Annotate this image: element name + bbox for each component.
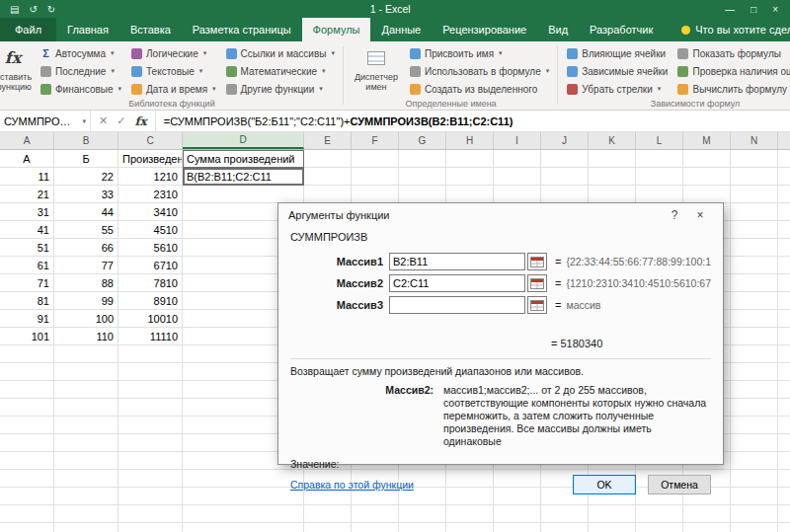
cell-B4[interactable]: 44 — [54, 203, 118, 221]
cell-X3[interactable] — [778, 186, 790, 203]
cell-J21[interactable] — [541, 505, 589, 523]
maximize-icon[interactable]: □ — [750, 4, 756, 15]
cell-E1[interactable] — [304, 150, 352, 168]
cell-K1[interactable] — [589, 150, 636, 168]
column-header-D[interactable]: D — [183, 132, 304, 149]
cell-B10[interactable]: 100 — [54, 310, 118, 328]
cell-M3[interactable] — [683, 186, 731, 203]
date-time-button[interactable]: Дата и время ▾ — [126, 80, 221, 98]
cell-D22[interactable] — [183, 523, 304, 532]
cell-A15[interactable] — [0, 399, 54, 417]
redo-icon[interactable]: ↻ — [47, 4, 55, 15]
cell-A6[interactable]: 51 — [0, 239, 54, 257]
cell-D21[interactable] — [183, 505, 304, 523]
show-formulas-button[interactable]: Показать формулы — [672, 44, 790, 62]
cell-N6[interactable] — [731, 239, 778, 257]
cell-G3[interactable] — [399, 186, 446, 203]
trace-dependents-button[interactable]: Зависимые ячейки — [562, 62, 672, 80]
cell-X19[interactable] — [778, 470, 790, 488]
cell-C20[interactable] — [118, 488, 183, 505]
cell-B1[interactable]: Б — [54, 150, 118, 168]
create-from-selection-button[interactable]: Создать из выделенного — [405, 80, 554, 98]
function-help-link[interactable]: Справка по этой функции — [290, 479, 414, 491]
cell-X1[interactable] — [778, 150, 790, 168]
dialog-help-icon[interactable]: ? — [662, 208, 687, 222]
cell-N8[interactable] — [731, 274, 778, 292]
tab-formulas[interactable]: Формулы — [302, 18, 371, 41]
autosum-button[interactable]: Σ Автосумма ▾ — [36, 44, 126, 62]
cell-C11[interactable]: 11110 — [118, 328, 183, 345]
cell-C17[interactable] — [118, 434, 183, 452]
arg3-input[interactable] — [389, 296, 525, 314]
evaluate-formula-button[interactable]: Вычислить формулу — [672, 80, 790, 98]
column-header-J[interactable]: J — [541, 132, 589, 149]
cell-N5[interactable] — [731, 221, 778, 239]
tell-me-box[interactable]: Что вы хотите сделать? — [672, 18, 790, 41]
cell-A22[interactable] — [0, 523, 54, 532]
cell-F22[interactable] — [352, 523, 399, 532]
cell-A21[interactable] — [0, 505, 54, 523]
cell-N14[interactable] — [731, 381, 778, 399]
cell-B12[interactable] — [54, 345, 118, 363]
cell-N19[interactable] — [731, 470, 778, 488]
cell-C14[interactable] — [118, 381, 183, 399]
cell-X18[interactable] — [778, 452, 790, 470]
column-header-M[interactable]: M — [683, 132, 731, 149]
cell-A18[interactable] — [0, 452, 54, 470]
cell-C9[interactable]: 8910 — [118, 292, 183, 310]
cell-F3[interactable] — [352, 186, 399, 203]
cell-C19[interactable] — [118, 470, 183, 488]
cell-E22[interactable] — [304, 523, 352, 532]
column-header-K[interactable]: K — [589, 132, 636, 149]
cell-A11[interactable]: 101 — [0, 328, 54, 345]
cell-F21[interactable] — [352, 505, 399, 523]
cell-H3[interactable] — [446, 186, 494, 203]
cell-J3[interactable] — [541, 186, 589, 203]
cell-C2[interactable]: 1210 — [118, 168, 183, 186]
cell-M2[interactable] — [683, 168, 731, 186]
cell-E3[interactable] — [304, 186, 352, 203]
cell-C1[interactable]: Произведение — [118, 150, 183, 168]
cell-A4[interactable]: 31 — [0, 203, 54, 221]
cell-X6[interactable] — [778, 239, 790, 257]
cell-D2[interactable]: В(B2:B11;C2:C11 — [183, 168, 304, 186]
cell-A9[interactable]: 81 — [0, 292, 54, 310]
arg1-input[interactable] — [389, 253, 525, 270]
cell-C13[interactable] — [118, 363, 183, 381]
cell-C4[interactable]: 3410 — [118, 203, 183, 221]
cell-I22[interactable] — [494, 523, 541, 532]
cell-J22[interactable] — [541, 523, 589, 532]
cell-X12[interactable] — [778, 345, 790, 363]
formula-input[interactable]: =СУММПРОИЗВ("Б2:Б11";"С2:С11")+СУММПРОИЗ… — [156, 111, 790, 131]
dialog-title-bar[interactable]: Аргументы функции ? × — [278, 203, 723, 227]
cell-I1[interactable] — [494, 150, 541, 168]
cell-A20[interactable] — [0, 488, 54, 505]
cell-X5[interactable] — [778, 221, 790, 239]
cell-C8[interactable]: 7810 — [118, 274, 183, 292]
column-header-A[interactable]: A — [0, 132, 54, 149]
cell-B19[interactable] — [54, 470, 118, 488]
cell-X16[interactable] — [778, 417, 790, 434]
insert-function-button[interactable]: fx Вставить функцию — [0, 43, 36, 92]
cell-N16[interactable] — [731, 417, 778, 434]
column-header-L[interactable]: L — [636, 132, 683, 149]
cell-L2[interactable] — [636, 168, 683, 186]
cell-B7[interactable]: 77 — [54, 257, 118, 274]
dialog-close-icon[interactable]: × — [687, 208, 713, 222]
tab-view[interactable]: Вид — [537, 18, 579, 41]
cell-B2[interactable]: 22 — [54, 168, 118, 186]
cell-B13[interactable] — [54, 363, 118, 381]
cell-B5[interactable]: 55 — [54, 221, 118, 239]
cell-C16[interactable] — [118, 417, 183, 434]
cell-A7[interactable]: 61 — [0, 257, 54, 274]
arg3-range-picker-button[interactable] — [527, 296, 547, 314]
cell-L3[interactable] — [636, 186, 683, 203]
tab-home[interactable]: Главная — [56, 18, 119, 41]
cell-N10[interactable] — [731, 310, 778, 328]
cell-A19[interactable] — [0, 470, 54, 488]
cell-L22[interactable] — [636, 523, 683, 532]
arg2-range-picker-button[interactable] — [527, 274, 547, 292]
cell-X11[interactable] — [778, 328, 790, 345]
column-header-H[interactable]: H — [446, 132, 494, 149]
cancel-button[interactable]: Отмена — [648, 475, 711, 494]
